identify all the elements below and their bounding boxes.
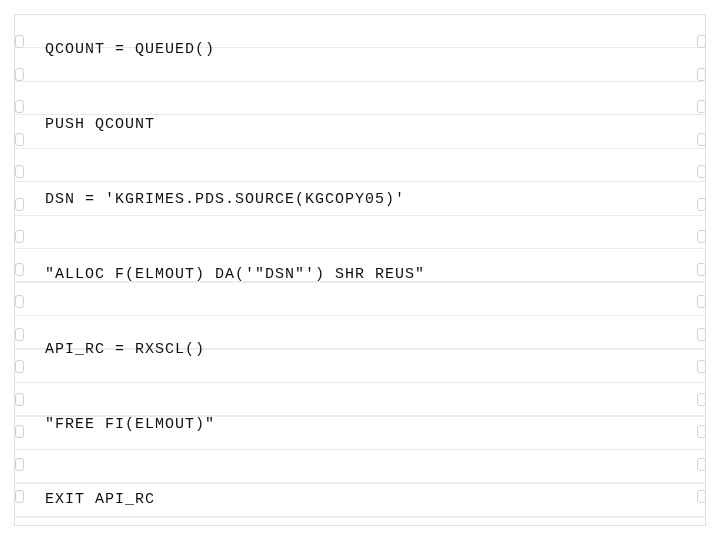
sprocket-hole	[15, 230, 24, 243]
code-line: "ALLOC F(ELMOUT) DA('"DSN"') SHR REUS"	[45, 258, 675, 296]
code-line: API_RC = RXSCL()	[45, 333, 675, 371]
sprocket-hole	[15, 263, 24, 276]
sprocket-hole	[15, 393, 24, 406]
code-line	[45, 71, 675, 109]
sprocket-hole	[15, 133, 24, 146]
sprocket-hole	[697, 458, 706, 471]
sprocket-holes-left	[12, 15, 26, 525]
sprocket-hole	[15, 100, 24, 113]
sprocket-hole	[697, 165, 706, 178]
sprocket-hole	[697, 133, 706, 146]
sprocket-holes-right	[694, 15, 708, 525]
code-line: QCOUNT = QUEUED()	[45, 33, 675, 71]
code-line: DSN = 'KGRIMES.PDS.SOURCE(KGCOPY05)'	[45, 183, 675, 221]
sprocket-hole	[697, 35, 706, 48]
sprocket-hole	[15, 165, 24, 178]
sprocket-hole	[15, 295, 24, 308]
code-line	[45, 296, 675, 334]
sprocket-hole	[697, 100, 706, 113]
code-line	[45, 371, 675, 409]
sprocket-hole	[15, 198, 24, 211]
sprocket-hole	[15, 328, 24, 341]
code-line	[45, 221, 675, 259]
code-line: EXIT API_RC	[45, 483, 675, 521]
code-block: QCOUNT = QUEUED() PUSH QCOUNT DSN = 'KGR…	[45, 33, 675, 525]
sprocket-hole	[15, 360, 24, 373]
sprocket-hole	[697, 295, 706, 308]
sprocket-hole	[15, 68, 24, 81]
code-line	[45, 146, 675, 184]
sprocket-hole	[15, 490, 24, 503]
sprocket-hole	[697, 490, 706, 503]
code-line	[45, 446, 675, 484]
sprocket-hole	[697, 198, 706, 211]
sprocket-hole	[697, 393, 706, 406]
sprocket-hole	[15, 425, 24, 438]
sprocket-hole	[697, 360, 706, 373]
sprocket-hole	[697, 425, 706, 438]
sprocket-hole	[15, 458, 24, 471]
code-line: PUSH QCOUNT	[45, 108, 675, 146]
code-line: "FREE FI(ELMOUT)"	[45, 408, 675, 446]
sprocket-hole	[15, 35, 24, 48]
sprocket-hole	[697, 263, 706, 276]
sprocket-hole	[697, 230, 706, 243]
paper-sheet: QCOUNT = QUEUED() PUSH QCOUNT DSN = 'KGR…	[14, 14, 706, 526]
sprocket-hole	[697, 68, 706, 81]
sprocket-hole	[697, 328, 706, 341]
